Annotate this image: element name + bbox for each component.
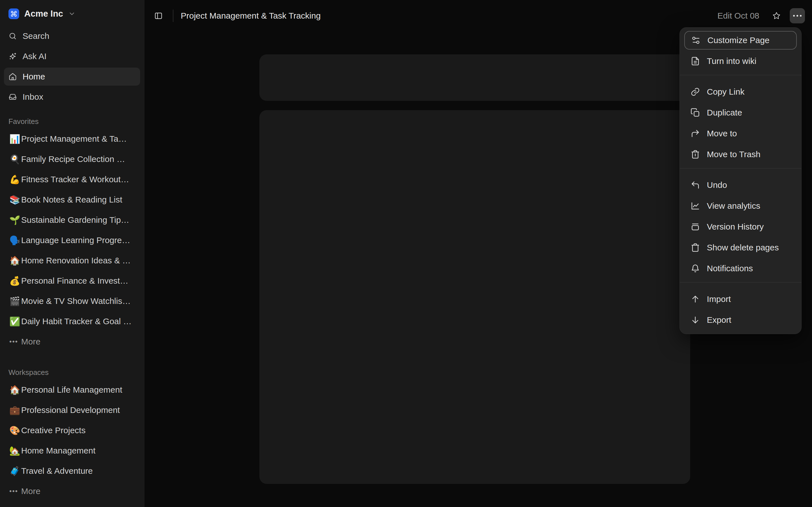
- page-title-label: Personal Finance & Invest…: [21, 276, 128, 286]
- sidebar-item-label: Search: [22, 31, 49, 41]
- sidebar-nav: Search Ask AI Home Inbox: [0, 27, 144, 106]
- sidebar-item-page[interactable]: 🎬 Movie & TV Show Watchlis…: [4, 292, 140, 310]
- favorite-star-button[interactable]: [770, 9, 783, 22]
- ellipsis-icon: •••: [9, 338, 21, 346]
- chevron-down-icon: [68, 10, 75, 17]
- menu-item-label: Export: [707, 315, 731, 325]
- sidebar-item-label: Ask AI: [22, 52, 47, 61]
- favorites-heading: Favorites: [0, 117, 144, 126]
- menu-item-label: Duplicate: [707, 108, 742, 117]
- sidebar-item-page[interactable]: ✅ Daily Habit Tracker & Goal …: [4, 313, 140, 330]
- sidebar-item-workspace[interactable]: 🧳 Travel & Adventure: [4, 462, 140, 480]
- copy-icon: [691, 108, 700, 117]
- sidebar-item-home[interactable]: Home: [4, 68, 140, 86]
- bar-chart-emoji-icon: 📊: [9, 135, 21, 144]
- home-icon: [8, 72, 17, 81]
- sidebar-item-search[interactable]: Search: [4, 27, 140, 45]
- toggle-sidebar-button[interactable]: [152, 9, 165, 22]
- bell-icon: [691, 264, 700, 273]
- workspace-switcher[interactable]: Acme Inc: [4, 6, 140, 22]
- menu-item-move-to[interactable]: Move to: [684, 124, 797, 143]
- sidebar-item-page[interactable]: 🍳 Family Recipe Collection …: [4, 150, 140, 168]
- money-bag-emoji-icon: 💰: [9, 277, 21, 285]
- sidebar-item-ask-ai[interactable]: Ask AI: [4, 47, 140, 65]
- sidebar-item-page[interactable]: 📊 Project Management & Ta…: [4, 130, 140, 148]
- menu-item-undo[interactable]: Undo: [684, 176, 797, 194]
- sidebar-item-page[interactable]: 🗣️ Language Learning Progre…: [4, 231, 140, 249]
- page-title-label: Family Recipe Collection …: [21, 154, 125, 164]
- menu-item-label: Notifications: [707, 264, 753, 273]
- menu-item-label: Copy Link: [707, 87, 744, 97]
- menu-item-label: Import: [707, 294, 731, 304]
- menu-item-version-history[interactable]: Version History: [684, 217, 797, 236]
- settings-sliders-icon: [691, 36, 701, 45]
- house-garden-emoji-icon: 🏡: [9, 446, 21, 455]
- menu-item-label: Customize Page: [707, 36, 769, 45]
- favorites-more-button[interactable]: ••• More: [4, 333, 140, 351]
- sidebar-item-label: Inbox: [22, 92, 43, 102]
- cooking-emoji-icon: 🍳: [9, 155, 21, 164]
- menu-item-label: Move to: [707, 129, 737, 138]
- briefcase-emoji-icon: 💼: [9, 406, 21, 414]
- page-header: Project Management & Task Tracking Edit …: [145, 0, 812, 32]
- books-emoji-icon: 📚: [9, 195, 21, 204]
- menu-item-show-delete-pages[interactable]: Show delete pages: [684, 238, 797, 257]
- version-history-icon: [691, 222, 700, 231]
- sidebar-item-page[interactable]: 💰 Personal Finance & Invest…: [4, 272, 140, 290]
- menu-item-import[interactable]: Import: [684, 290, 797, 308]
- menu-item-export[interactable]: Export: [684, 311, 797, 329]
- sparkles-icon: [8, 52, 17, 61]
- arrow-down-icon: [691, 315, 700, 325]
- sidebar-item-workspace[interactable]: 🏠 Personal Life Management: [4, 381, 140, 399]
- page-title-label: Project Management & Ta…: [21, 134, 127, 144]
- page-options-menu: Customize Page Turn into wiki Copy Link …: [679, 27, 802, 334]
- page-title-label: Movie & TV Show Watchlis…: [21, 296, 131, 306]
- menu-item-move-to-trash[interactable]: Move to Trash: [684, 145, 797, 164]
- menu-item-notifications[interactable]: Notifications: [684, 259, 797, 278]
- ellipsis-icon: [793, 15, 795, 17]
- workspace-title-label: Travel & Adventure: [21, 466, 93, 476]
- sidebar-item-workspace[interactable]: 🏡 Home Management: [4, 442, 140, 460]
- menu-item-copy-link[interactable]: Copy Link: [684, 82, 797, 101]
- file-text-icon: [691, 56, 700, 66]
- sidebar-item-page[interactable]: 💪 Fitness Tracker & Workout…: [4, 170, 140, 188]
- sidebar-item-workspace[interactable]: 💼 Professional Development: [4, 401, 140, 419]
- sidebar-item-page[interactable]: 📚 Book Notes & Reading List: [4, 191, 140, 209]
- sidebar: Acme Inc Search Ask AI Home: [0, 0, 144, 507]
- page-title-label: Home Renovation Ideas & …: [21, 256, 131, 265]
- sidebar-item-workspace[interactable]: 🎨 Creative Projects: [4, 421, 140, 439]
- page-title-label: Daily Habit Tracker & Goal …: [21, 317, 132, 326]
- search-icon: [8, 32, 17, 40]
- menu-item-label: Turn into wiki: [707, 56, 756, 66]
- speaking-head-emoji-icon: 🗣️: [9, 236, 21, 245]
- inbox-icon: [8, 93, 17, 101]
- corner-up-right-icon: [691, 129, 700, 138]
- trash-icon: [691, 243, 700, 252]
- content-block-main[interactable]: [259, 110, 690, 484]
- luggage-emoji-icon: 🧳: [9, 467, 21, 475]
- menu-item-view-analytics[interactable]: View analytics: [684, 196, 797, 215]
- menu-item-duplicate[interactable]: Duplicate: [684, 103, 797, 122]
- star-icon: [772, 11, 781, 20]
- workspaces-more-button[interactable]: ••• More: [4, 482, 140, 500]
- house-emoji-icon: 🏠: [9, 386, 21, 394]
- menu-item-label: Show delete pages: [707, 243, 779, 252]
- palette-emoji-icon: 🎨: [9, 426, 21, 435]
- sidebar-item-page[interactable]: 🏠 Home Renovation Ideas & …: [4, 251, 140, 270]
- trash-icon: [691, 150, 700, 159]
- sidebar-item-inbox[interactable]: Inbox: [4, 88, 140, 106]
- house-emoji-icon: 🏠: [9, 256, 21, 265]
- menu-item-label: View analytics: [707, 201, 760, 211]
- menu-item-label: Move to Trash: [707, 150, 760, 159]
- workspace-title-label: Personal Life Management: [21, 385, 122, 395]
- page-title-label: Book Notes & Reading List: [21, 195, 122, 205]
- workspace-name: Acme Inc: [24, 9, 63, 19]
- menu-item-turn-into-wiki[interactable]: Turn into wiki: [684, 52, 797, 70]
- page-options-button[interactable]: [790, 8, 805, 23]
- menu-item-label: Undo: [707, 180, 727, 190]
- content-block-top[interactable]: [259, 54, 690, 101]
- page-title-label: Fitness Tracker & Workout…: [21, 175, 129, 184]
- sidebar-item-page[interactable]: 🌱 Sustainable Gardening Tip…: [4, 211, 140, 229]
- workspace-title-label: Creative Projects: [21, 426, 86, 435]
- menu-item-customize-page[interactable]: Customize Page: [684, 31, 797, 50]
